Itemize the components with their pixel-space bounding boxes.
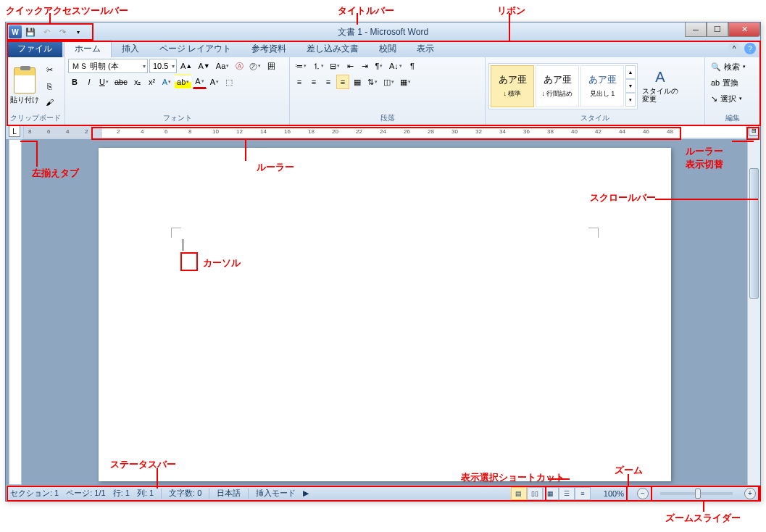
status-chars[interactable]: 文字数: 0 — [169, 488, 201, 499]
justify-icon[interactable]: ≡ — [336, 75, 349, 89]
quick-access-toolbar: W 💾 ↶ ↷ ▾ — [6, 25, 86, 39]
font-name-combo[interactable]: ＭＳ 明朝 (本 — [68, 59, 148, 73]
style-nogap[interactable]: あア亜↓ 行間詰め — [536, 65, 579, 107]
underline-icon[interactable]: U — [97, 75, 111, 89]
font-size-combo[interactable]: 10.5 — [149, 59, 177, 73]
style-scroll-up[interactable]: ▲ — [625, 65, 636, 79]
horizontal-ruler[interactable]: 8642 24681012141618202224262830323436384… — [23, 125, 747, 138]
view-draft[interactable]: ≡ — [575, 487, 591, 500]
ltr-icon[interactable]: ¶ — [372, 59, 386, 73]
title-bar: W 💾 ↶ ↷ ▾ 文書 1 - Microsoft Word ─ ☐ ✕ — [6, 22, 760, 41]
help-icon[interactable]: ? — [744, 43, 756, 54]
shading-icon[interactable]: ◫ — [381, 75, 396, 89]
enclose-icon[interactable]: 囲 — [265, 59, 278, 73]
close-button[interactable]: ✕ — [728, 22, 760, 37]
format-painter-icon[interactable]: 🖌 — [42, 95, 57, 109]
ruler-scale: 2468101214161820222426283032343638404244… — [102, 126, 746, 138]
superscript-icon[interactable]: x² — [146, 75, 159, 89]
minimize-button[interactable]: ─ — [685, 22, 707, 37]
status-section[interactable]: セクション: 1 — [10, 488, 59, 499]
inc-indent-icon[interactable]: ⇥ — [358, 59, 371, 73]
tab-review[interactable]: 校閲 — [369, 41, 407, 57]
text-effect-icon[interactable]: A — [160, 75, 173, 89]
font-color-icon[interactable]: A — [193, 75, 206, 89]
italic-icon[interactable]: I — [83, 75, 96, 89]
shrink-font-icon[interactable]: A▼ — [196, 59, 212, 73]
distribute-icon[interactable]: ▦ — [351, 75, 364, 89]
maximize-button[interactable]: ☐ — [707, 22, 728, 37]
tab-selector[interactable]: L — [9, 125, 20, 137]
select-button[interactable]: ↘選択▾ — [708, 91, 757, 107]
style-scroll-down[interactable]: ▼ — [625, 79, 636, 93]
change-styles-button[interactable]: A スタイルの 変更 — [642, 60, 678, 112]
tab-mailings[interactable]: 差し込み文書 — [296, 41, 369, 57]
style-expand[interactable]: ▾ — [625, 93, 636, 107]
subscript-icon[interactable]: x₂ — [131, 75, 144, 89]
view-print-layout[interactable]: ▤ — [511, 487, 527, 500]
view-web[interactable]: ▦ — [543, 487, 559, 500]
status-bar: セクション: 1 ページ: 1/1 行: 1 列: 1 文字数: 0 日本語 挿… — [6, 485, 760, 501]
status-page[interactable]: ページ: 1/1 — [66, 488, 105, 499]
status-record-icon[interactable]: ▶ — [303, 489, 309, 498]
zoom-thumb[interactable] — [695, 489, 701, 499]
cut-icon[interactable]: ✂ — [42, 63, 57, 78]
minimize-ribbon-icon[interactable]: ^ — [728, 43, 740, 54]
zoom-value[interactable]: 100% — [604, 489, 624, 498]
sort-icon[interactable]: A↓ — [387, 59, 404, 73]
bullets-icon[interactable]: ≔ — [293, 59, 309, 73]
tab-home[interactable]: ホーム — [64, 40, 112, 57]
view-outline[interactable]: ☰ — [559, 487, 575, 500]
copy-icon[interactable]: ⎘ — [42, 79, 57, 93]
replace-button[interactable]: ab置換 — [708, 75, 757, 91]
ruler-toggle[interactable]: ⊞ — [749, 125, 759, 136]
document-page[interactable] — [99, 148, 671, 481]
clear-format-icon[interactable]: Ⓐ — [233, 59, 246, 73]
zoom-slider[interactable] — [660, 492, 733, 495]
scroll-thumb[interactable] — [749, 168, 759, 299]
vertical-ruler[interactable] — [9, 139, 22, 485]
text-cursor — [183, 239, 183, 251]
borders-icon[interactable]: ▦ — [398, 75, 413, 89]
change-case-icon[interactable]: Aa — [214, 59, 231, 73]
line-spacing-icon[interactable]: ⇅ — [365, 75, 380, 89]
status-lang[interactable]: 日本語 — [217, 488, 241, 499]
redo-icon[interactable]: ↷ — [55, 25, 70, 39]
align-right-icon[interactable]: ≡ — [322, 75, 335, 89]
strike-icon[interactable]: abc — [112, 75, 130, 89]
style-normal[interactable]: あア亜↓ 標準 — [491, 65, 534, 107]
find-button[interactable]: 🔍検索▾ — [708, 59, 757, 75]
status-mode[interactable]: 挿入モード — [256, 488, 296, 499]
align-left-icon[interactable]: ≡ — [293, 75, 306, 89]
vertical-scrollbar[interactable] — [747, 139, 760, 485]
zoom-out-button[interactable]: − — [637, 488, 649, 499]
tab-insert[interactable]: 挿入 — [112, 41, 149, 57]
align-center-icon[interactable]: ≡ — [307, 75, 320, 89]
highlight-icon[interactable]: ab — [175, 75, 191, 89]
word-icon[interactable]: W — [9, 25, 22, 38]
qat-custom-icon[interactable]: ▾ — [71, 25, 86, 39]
char-shading-icon[interactable]: ⬚ — [222, 75, 236, 89]
save-icon[interactable]: 💾 — [23, 25, 38, 39]
status-line[interactable]: 行: 1 — [113, 488, 130, 499]
numbering-icon[interactable]: ⒈ — [310, 59, 326, 73]
multilevel-icon[interactable]: ⊟ — [328, 59, 342, 73]
style-heading1[interactable]: あア亜見出し 1 — [580, 65, 624, 107]
grow-font-icon[interactable]: A▲ — [178, 59, 194, 73]
paste-button[interactable]: 貼り付け — [9, 60, 41, 112]
phonetic-icon[interactable]: ㋐ — [247, 59, 263, 73]
char-border-icon[interactable]: A — [208, 75, 221, 89]
bold-icon[interactable]: B — [68, 75, 81, 89]
tab-page-layout[interactable]: ページ レイアウト — [149, 41, 241, 57]
show-marks-icon[interactable]: ¶ — [406, 59, 419, 73]
window-title: 文書 1 - Microsoft Word — [338, 26, 428, 38]
status-col[interactable]: 列: 1 — [137, 488, 154, 499]
undo-icon[interactable]: ↶ — [39, 25, 54, 39]
tab-file[interactable]: ファイル — [7, 41, 62, 57]
select-icon: ↘ — [711, 94, 717, 104]
dec-indent-icon[interactable]: ⇤ — [344, 59, 357, 73]
tab-references[interactable]: 参考資料 — [241, 41, 296, 57]
zoom-in-button[interactable]: + — [744, 488, 756, 499]
view-shortcuts: ▤ ▯▯ ▦ ☰ ≡ — [511, 487, 591, 500]
tab-view[interactable]: 表示 — [407, 41, 444, 57]
view-full-read[interactable]: ▯▯ — [527, 487, 543, 500]
